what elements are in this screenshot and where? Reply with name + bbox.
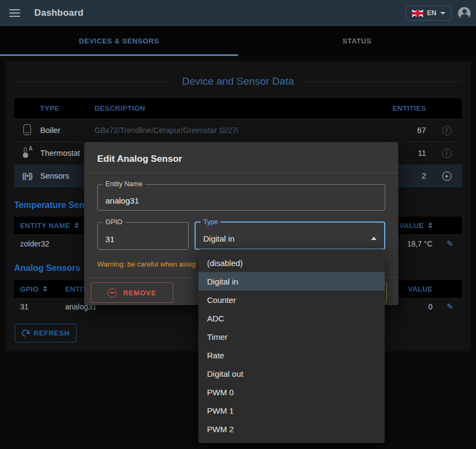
info-icon[interactable] bbox=[442, 126, 452, 135]
col-header-gpio: GPIO bbox=[20, 285, 39, 293]
sort-icon[interactable] bbox=[74, 223, 79, 228]
menu-item-digital-in[interactable]: Digital in bbox=[198, 272, 385, 290]
top-bar: Dashboard EN bbox=[0, 0, 476, 26]
minus-circle-icon bbox=[108, 288, 117, 298]
type-select[interactable]: Type Digital in bbox=[195, 218, 385, 250]
entity-name-value: analog31 bbox=[105, 195, 139, 205]
device-description: GBx72/Trendline/Cerapur/Greenstar Si/27i bbox=[95, 119, 383, 142]
menu-item-pwm0[interactable]: PWM 0 bbox=[198, 383, 385, 402]
device-entities-count: 67 bbox=[383, 119, 431, 142]
gpio-field[interactable]: GPIO 31 bbox=[97, 218, 189, 250]
device-table-header: TYPE DESCRIPTION ENTITIES bbox=[14, 98, 462, 119]
menu-item-pwm2[interactable]: PWM 2 bbox=[198, 420, 385, 439]
language-label: EN bbox=[427, 9, 436, 17]
sort-icon[interactable] bbox=[43, 286, 47, 292]
edit-pencil-icon[interactable] bbox=[447, 302, 454, 312]
menu-item-rate[interactable]: Rate bbox=[198, 346, 385, 364]
analog-sensors-heading: Analog Sensors bbox=[14, 263, 80, 273]
chevron-down-icon bbox=[440, 12, 446, 15]
type-label: Type bbox=[201, 218, 221, 226]
section-title: Device and Sensor Data bbox=[182, 75, 294, 87]
entity-name-field[interactable]: Entity Name analog31 bbox=[97, 180, 385, 211]
divider bbox=[84, 173, 398, 173]
col-header-entity-name: ENTITY NAME bbox=[20, 222, 70, 230]
dialog-title: Edit Analog Sensor bbox=[84, 142, 398, 173]
menu-item-timer[interactable]: Timer bbox=[198, 327, 385, 346]
table-row-boiler[interactable]: Boiler GBx72/Trendline/Cerapur/Greenstar… bbox=[14, 119, 462, 142]
sensors-icon bbox=[22, 172, 33, 180]
remove-button[interactable]: REMOVE bbox=[91, 282, 173, 303]
page-title: Dashboard bbox=[34, 8, 84, 18]
menu-item-digital-out[interactable]: Digital out bbox=[198, 365, 385, 383]
edit-pencil-icon[interactable] bbox=[447, 239, 454, 249]
remove-label: REMOVE bbox=[123, 289, 156, 297]
language-selector[interactable]: EN bbox=[406, 5, 452, 21]
add-icon[interactable] bbox=[442, 172, 452, 181]
user-avatar-icon[interactable] bbox=[458, 7, 471, 20]
col-header-value: VALUE bbox=[399, 222, 424, 230]
entity-name-label: Entity Name bbox=[103, 180, 145, 188]
menu-item-disabled[interactable]: (disabled) bbox=[198, 254, 385, 272]
warning-text: Warning: be careful when assig bbox=[97, 260, 196, 268]
menu-item-counter[interactable]: Counter bbox=[198, 290, 385, 309]
menu-item-adc[interactable]: ADC bbox=[198, 309, 385, 327]
gpio-value: 31 bbox=[105, 234, 115, 243]
boiler-icon bbox=[23, 124, 31, 135]
tab-devices-sensors[interactable]: DEVICES & SENSORS bbox=[0, 26, 238, 56]
section-heading: Device and Sensor Data bbox=[14, 75, 462, 87]
refresh-button[interactable]: REFRESH bbox=[15, 324, 77, 343]
thermostat-icon: A bbox=[22, 147, 33, 159]
info-icon[interactable] bbox=[442, 149, 452, 158]
type-value: Digital in bbox=[203, 234, 235, 243]
tab-bar: DEVICES & SENSORS STATUS bbox=[0, 26, 476, 56]
col-header-entities: ENTITIES bbox=[383, 98, 431, 119]
menu-item-pwm1[interactable]: PWM 1 bbox=[198, 402, 385, 420]
col-header-type: TYPE bbox=[40, 98, 95, 119]
device-type: Boiler bbox=[40, 119, 95, 142]
refresh-label: REFRESH bbox=[34, 329, 70, 337]
gpio-number: 31 bbox=[14, 298, 65, 315]
sort-icon[interactable] bbox=[428, 223, 433, 228]
gpio-label: GPIO bbox=[103, 218, 125, 226]
chevron-up-icon bbox=[371, 237, 377, 240]
col-header-description: DESCRIPTION bbox=[95, 98, 383, 119]
uk-flag-icon bbox=[412, 10, 423, 17]
hamburger-menu-icon[interactable] bbox=[9, 9, 20, 17]
topbar-right: EN bbox=[406, 5, 471, 21]
type-dropdown-menu: (disabled) Digital in Counter ADC Timer … bbox=[198, 249, 385, 443]
tab-status[interactable]: STATUS bbox=[238, 26, 476, 56]
refresh-icon bbox=[20, 328, 30, 338]
screen: Dashboard EN DEVICES & SENSORS STATUS De… bbox=[0, 0, 476, 449]
